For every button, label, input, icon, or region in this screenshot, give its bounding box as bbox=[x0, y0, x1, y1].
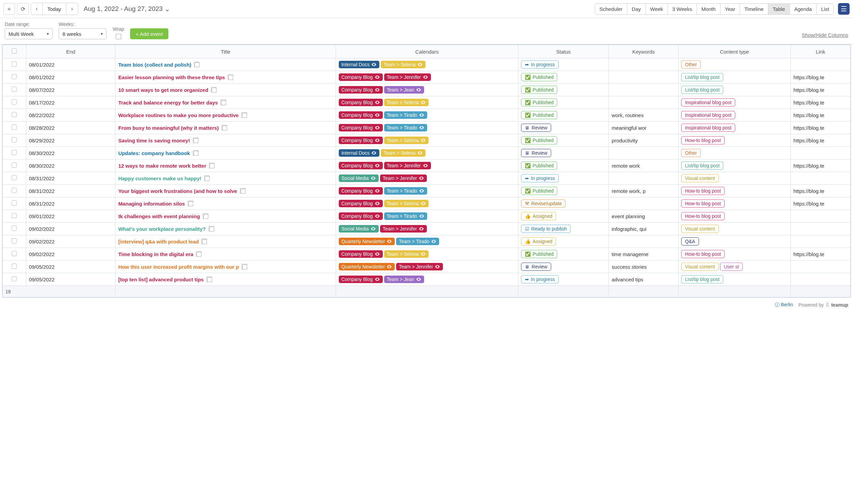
view-tab-agenda[interactable]: Agenda bbox=[790, 4, 817, 14]
content-type-pill[interactable]: How-to blog post bbox=[681, 212, 725, 220]
row-checkbox[interactable] bbox=[12, 238, 17, 243]
table-row[interactable]: 08/22/2022Workplace routines to make you… bbox=[3, 109, 851, 122]
copy-icon[interactable] bbox=[242, 113, 247, 118]
nav-first-button[interactable]: « bbox=[3, 3, 15, 15]
content-type-pill[interactable]: How-to blog post bbox=[681, 187, 725, 195]
calendar-pill[interactable]: Team > Jennifer bbox=[384, 162, 431, 169]
table-row[interactable]: 09/05/2022[top ten list] advanced produc… bbox=[3, 273, 851, 286]
content-type-pill[interactable]: Other bbox=[681, 149, 701, 157]
prev-button[interactable]: ‹ bbox=[31, 3, 43, 15]
title-cell[interactable]: [interview] q&a with product lead bbox=[115, 235, 336, 248]
copy-icon[interactable] bbox=[207, 277, 212, 282]
view-tab-week[interactable]: Week bbox=[646, 4, 668, 14]
content-type-pill[interactable]: List/tip blog post bbox=[681, 162, 723, 170]
calendar-pill[interactable]: Internal Docs bbox=[339, 61, 379, 68]
table-row[interactable]: 09/02/2022What's your workplace personal… bbox=[3, 223, 851, 235]
content-type-pill[interactable]: How-to blog post bbox=[681, 199, 725, 208]
title-cell[interactable]: Updates: company handbook bbox=[115, 147, 336, 159]
calendar-pill[interactable]: Company Blog bbox=[339, 162, 383, 169]
row-checkbox[interactable] bbox=[12, 61, 17, 67]
content-type-pill[interactable]: List/tip blog post bbox=[681, 86, 723, 94]
status-pill[interactable]: 🖥Review bbox=[521, 149, 551, 157]
table-row[interactable]: 08/28/2022From busy to meaningful (why i… bbox=[3, 122, 851, 134]
table-row[interactable]: 08/30/202212 ways to make remote work be… bbox=[3, 159, 851, 172]
view-tab-3-weeks[interactable]: 3 Weeks bbox=[668, 4, 697, 14]
table-row[interactable]: 08/17/2022Track and balance energy for b… bbox=[3, 96, 851, 109]
calendar-pill[interactable]: Company Blog bbox=[339, 137, 383, 144]
table-row[interactable]: 08/31/2022Your biggest work frustrations… bbox=[3, 185, 851, 197]
date-range-picker[interactable]: Aug 1, 2022 - Aug 27, 2023 ⌄ bbox=[84, 5, 170, 13]
title-cell[interactable]: Workplace routines to make you more prod… bbox=[115, 109, 336, 122]
table-row[interactable]: 08/31/2022Happy customers make us happy!… bbox=[3, 172, 851, 185]
calendar-pill[interactable]: Team > Jean bbox=[384, 86, 424, 94]
table-row[interactable]: 08/31/2022Managing information silos Com… bbox=[3, 197, 851, 210]
row-checkbox[interactable] bbox=[12, 112, 17, 117]
table-row[interactable]: 08/01/2022Team bios (collect and polish)… bbox=[3, 58, 851, 71]
view-tab-timeline[interactable]: Timeline bbox=[740, 4, 768, 14]
row-checkbox[interactable] bbox=[12, 200, 17, 206]
status-pill[interactable]: 👍Assigned bbox=[521, 237, 556, 246]
calendar-pill[interactable]: Internal Docs bbox=[339, 149, 379, 157]
title-cell[interactable]: Saving time is saving money! bbox=[115, 134, 336, 147]
col-header-checkbox[interactable] bbox=[3, 45, 26, 58]
copy-icon[interactable] bbox=[204, 214, 208, 219]
calendar-pill[interactable]: Company Blog bbox=[339, 250, 383, 258]
timezone-link[interactable]: ⓘ Berlin bbox=[775, 302, 793, 308]
calendar-pill[interactable]: Company Blog bbox=[339, 276, 383, 283]
status-pill[interactable]: 🖥Review bbox=[521, 263, 551, 271]
calendar-pill[interactable]: Team > Tirado bbox=[384, 212, 427, 220]
copy-icon[interactable] bbox=[228, 75, 233, 80]
title-cell[interactable]: 10 smart ways to get more organized bbox=[115, 84, 336, 96]
content-type-pill[interactable]: How-to blog post bbox=[681, 250, 725, 258]
status-pill[interactable]: ✅Published bbox=[521, 250, 558, 258]
content-type-pill[interactable]: Visual content bbox=[681, 174, 719, 182]
status-pill[interactable]: ➡In progress bbox=[521, 60, 559, 69]
row-checkbox[interactable] bbox=[12, 188, 17, 193]
calendar-pill[interactable]: Company Blog bbox=[339, 212, 383, 220]
title-cell[interactable]: What's your workplace personality? bbox=[115, 223, 336, 235]
content-type-pill[interactable]: User st bbox=[720, 263, 743, 271]
calendar-pill[interactable]: Team > Jennifer bbox=[396, 263, 443, 270]
calendar-pill[interactable]: Company Blog bbox=[339, 124, 383, 131]
calendar-pill[interactable]: Company Blog bbox=[339, 111, 383, 119]
content-type-pill[interactable]: Visual content bbox=[681, 225, 719, 233]
calendar-pill[interactable]: Company Blog bbox=[339, 73, 383, 81]
col-header-calendars[interactable]: Calendars bbox=[336, 45, 518, 58]
calendar-pill[interactable]: Quarterly Newsletter bbox=[339, 238, 395, 245]
next-button[interactable]: › bbox=[66, 3, 78, 15]
status-pill[interactable]: ✅Published bbox=[521, 98, 558, 107]
calendar-pill[interactable]: Company Blog bbox=[339, 200, 383, 207]
content-type-pill[interactable]: List/tip blog post bbox=[681, 275, 723, 283]
calendar-pill[interactable]: Social Media bbox=[339, 174, 379, 182]
calendar-pill[interactable]: Team > Selena bbox=[384, 137, 429, 144]
copy-icon[interactable] bbox=[222, 126, 227, 130]
table-row[interactable]: 08/29/2022Saving time is saving money! C… bbox=[3, 134, 851, 147]
row-checkbox[interactable] bbox=[12, 226, 17, 231]
row-checkbox[interactable] bbox=[12, 175, 17, 180]
calendar-pill[interactable]: Team > Jennifer bbox=[384, 73, 431, 81]
copy-icon[interactable] bbox=[194, 138, 198, 143]
view-tab-list[interactable]: List bbox=[817, 4, 834, 14]
status-pill[interactable]: ➡In progress bbox=[521, 174, 559, 182]
calendar-pill[interactable]: Team > Jennifer bbox=[380, 225, 427, 233]
add-event-button[interactable]: + Add event bbox=[130, 28, 168, 39]
col-header-keywords[interactable]: Keywords bbox=[609, 45, 679, 58]
title-cell[interactable]: Managing information silos bbox=[115, 197, 336, 210]
title-cell[interactable]: From busy to meaningful (why it matters) bbox=[115, 122, 336, 134]
calendar-pill[interactable]: Company Blog bbox=[339, 187, 383, 195]
show-hide-columns-link[interactable]: Show/Hide Columns bbox=[802, 32, 848, 38]
content-type-pill[interactable]: Inspirational blog post bbox=[681, 111, 735, 119]
calendar-pill[interactable]: Team > Tirado bbox=[384, 187, 427, 195]
row-checkbox[interactable] bbox=[12, 74, 17, 79]
title-cell[interactable]: Your biggest work frustrations (and how … bbox=[115, 185, 336, 197]
status-pill[interactable]: 🖥Review bbox=[521, 124, 551, 132]
status-pill[interactable]: ⚒Revise/update bbox=[521, 199, 566, 208]
row-checkbox[interactable] bbox=[12, 137, 17, 142]
title-cell[interactable]: 12 ways to make remote work better bbox=[115, 159, 336, 172]
copy-icon[interactable] bbox=[209, 227, 214, 232]
row-checkbox[interactable] bbox=[12, 87, 17, 92]
content-type-pill[interactable]: Inspirational blog post bbox=[681, 98, 735, 107]
row-checkbox[interactable] bbox=[12, 150, 17, 155]
col-header-status[interactable]: Status bbox=[518, 45, 609, 58]
row-checkbox[interactable] bbox=[12, 276, 17, 281]
